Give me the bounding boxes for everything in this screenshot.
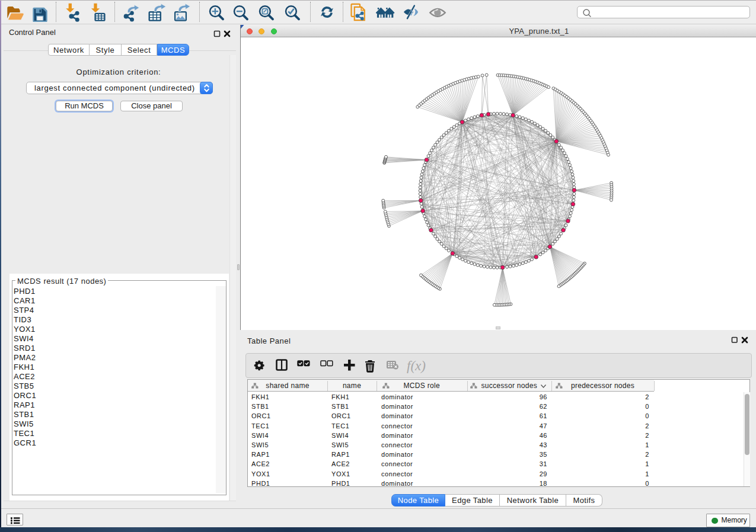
svg-text:f(x): f(x) [407, 359, 426, 373]
